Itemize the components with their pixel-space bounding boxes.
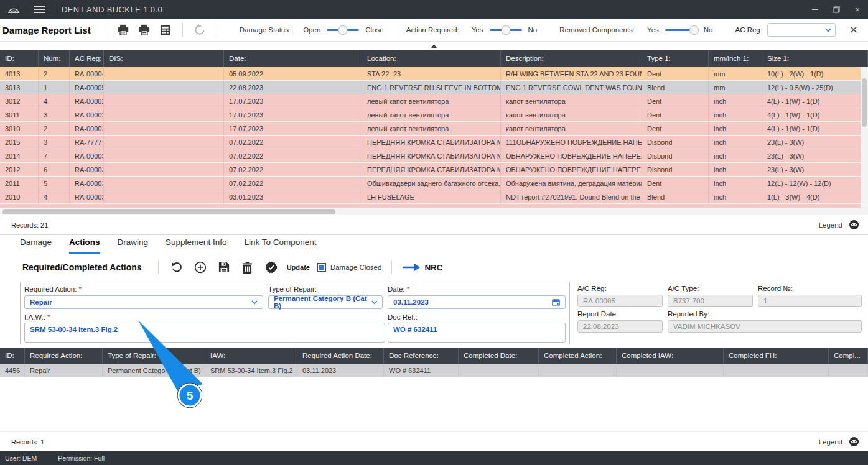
table-cell: RA-00004 xyxy=(70,67,104,81)
column-header[interactable]: Type of Repair: xyxy=(103,348,205,364)
column-header[interactable]: Date: xyxy=(224,50,362,67)
table-cell: RA-00003 xyxy=(70,149,104,163)
table-row[interactable]: 20115RA-0000307.02.2022Обшивкадвери задн… xyxy=(0,177,868,190)
horizontal-scrollbar[interactable] xyxy=(0,208,868,215)
type-of-repair-select[interactable]: Permanent Category B (Cat B) xyxy=(268,295,383,309)
column-header[interactable]: ID: xyxy=(0,50,39,67)
doc-ref-field[interactable]: WO # 632411 xyxy=(388,323,566,343)
action-required-no[interactable]: No xyxy=(528,26,538,34)
table-row[interactable]: 30113RA-0000217.07.2023левый капот венти… xyxy=(0,108,868,122)
table-row[interactable]: 20126RA-0000307.02.2022ПЕРЕДНЯЯ КРОМКА С… xyxy=(0,163,868,177)
column-header[interactable]: Num: xyxy=(39,50,70,67)
action-date-field[interactable]: 03.11.2023 xyxy=(388,295,566,309)
table-cell: ОБНАРУЖЕНО ПОВРЕЖДЕНИЕ НАПЕРЕЖНЕЙ... xyxy=(501,163,642,177)
add-action-icon[interactable] xyxy=(191,259,210,275)
column-header[interactable]: Completed Date: xyxy=(459,348,539,364)
damage-status-toggle[interactable] xyxy=(327,25,359,35)
legend-button-top[interactable]: Legend xyxy=(819,219,859,230)
table-cell xyxy=(104,177,224,190)
table-cell: 111ОБНАРУЖЕНО ПОВРЕЖДЕНИЕ НАПЕРЕЖН... xyxy=(501,136,642,149)
collapse-up-icon[interactable] xyxy=(431,44,437,48)
table-cell: ПЕРЕДНЯЯ КРОМКА СТАБИЛИЗАТОРА МЕЖДУ... xyxy=(362,136,501,149)
table-row[interactable]: 30131RA-0000522.08.2023ENG 1 REVERSE RH … xyxy=(0,81,868,94)
column-header[interactable]: Location: xyxy=(362,50,501,67)
table-row[interactable]: 30102RA-0000217.07.2023левый капот венти… xyxy=(0,122,868,136)
actions-table-header: ID:Required Action:Type of Repair:IAW:Re… xyxy=(0,348,868,364)
iaw-field[interactable]: SRM 53-00-34 Item.3 Fig.2 xyxy=(24,323,385,343)
column-header[interactable]: Completed IAW: xyxy=(617,348,724,364)
table-cell: ENG 1 REVERSE RH SLEEVE IN BOTTOM PLACE.… xyxy=(362,81,501,94)
damage-closed-checkbox[interactable]: Damage Closed xyxy=(317,263,381,272)
record-no-label: Record №: xyxy=(758,285,793,292)
damage-table-header: ID:Num:AC Reg:DIS:Date:Location:Descript… xyxy=(0,50,868,67)
menu-icon[interactable] xyxy=(27,6,52,13)
update-button[interactable]: Update xyxy=(287,264,310,271)
damage-status-close[interactable]: Close xyxy=(365,26,383,34)
table-row[interactable]: 20147RA-0000307.02.2022ПЕРЕДНЯЯ КРОМКА С… xyxy=(0,149,868,163)
table-cell: 07.02.2022 xyxy=(224,177,362,190)
column-header[interactable]: Completed Action: xyxy=(539,348,617,364)
removed-components-yes[interactable]: Yes xyxy=(647,26,659,34)
ac-type-label: A/C Type: xyxy=(668,285,699,292)
table-cell: inch xyxy=(709,108,762,122)
print-report-icon[interactable] xyxy=(136,22,152,37)
legend-button-bottom[interactable]: Legend xyxy=(819,436,859,447)
column-header[interactable]: DIS: xyxy=(104,50,224,67)
restore-button[interactable] xyxy=(826,0,847,19)
tab-supplement-info[interactable]: Supplement Info xyxy=(166,237,226,254)
actions-table: ID:Required Action:Type of Repair:IAW:Re… xyxy=(0,348,868,377)
table-cell: Blend xyxy=(642,190,709,204)
table-row[interactable]: 30124RA-0000217.07.2023левый капот венти… xyxy=(0,94,868,108)
close-button[interactable]: × xyxy=(847,0,868,19)
tab-link-to-component[interactable]: Link To Component xyxy=(244,237,316,254)
report-date-value: 22.08.2023 xyxy=(577,320,663,333)
action-required-yes[interactable]: Yes xyxy=(472,26,483,34)
column-header[interactable]: AC Reg: xyxy=(70,50,104,67)
table-cell: 3010 xyxy=(0,122,39,136)
column-header[interactable]: IAW: xyxy=(205,348,297,364)
column-header[interactable]: Size 1: xyxy=(762,50,868,67)
table-cell: 4456 xyxy=(0,364,25,377)
table-row[interactable]: 20153RA-7777707.02.2022ПЕРЕДНЯЯ КРОМКА С… xyxy=(0,136,868,149)
table-cell: капот вентилятора xyxy=(501,94,642,108)
column-header[interactable]: Completed FH: xyxy=(724,348,829,364)
column-header[interactable]: Type 1: xyxy=(642,50,709,67)
export-excel-icon[interactable] xyxy=(157,22,174,37)
verify-badge-icon[interactable] xyxy=(262,259,281,275)
required-action-select[interactable]: Repair xyxy=(24,295,263,309)
save-icon[interactable] xyxy=(215,259,233,275)
close-report-icon[interactable]: ✕ xyxy=(846,24,862,37)
tab-damage[interactable]: Damage xyxy=(20,237,52,254)
table-cell: 12(L) - 0.5(W) - 25(D) xyxy=(762,81,868,94)
column-header[interactable]: Required Action: xyxy=(25,348,103,364)
column-header[interactable]: mm/inch 1: xyxy=(709,50,762,67)
column-header[interactable]: Doc Reference: xyxy=(384,348,459,364)
tab-drawing[interactable]: Drawing xyxy=(118,237,149,254)
ac-type-value: B737-700 xyxy=(668,295,753,307)
table-row[interactable]: 20104RA-0000303.01.2023LH FUSELAGENDT re… xyxy=(0,190,868,204)
column-header[interactable]: Required Action Date: xyxy=(297,348,384,364)
nrc-button[interactable]: NRC xyxy=(402,263,442,272)
removed-components-no[interactable]: No xyxy=(704,26,713,34)
action-required-toggle[interactable] xyxy=(490,25,522,35)
table-row[interactable]: 4456RepairPermanent Category B (Cat B)SR… xyxy=(0,364,868,377)
vertical-scrollbar[interactable] xyxy=(861,67,868,208)
table-cell xyxy=(104,122,224,136)
damage-status-open[interactable]: Open xyxy=(303,26,320,34)
column-header[interactable]: Compl... xyxy=(829,348,868,364)
column-header[interactable]: Description: xyxy=(501,50,642,67)
ac-reg-dropdown[interactable] xyxy=(767,23,836,37)
removed-components-toggle[interactable] xyxy=(665,25,698,35)
delete-icon[interactable] xyxy=(238,259,257,275)
print-icon[interactable] xyxy=(115,22,131,37)
refresh-icon[interactable] xyxy=(192,22,208,37)
tab-actions[interactable]: Actions xyxy=(69,237,100,254)
table-row[interactable]: 40132RA-0000405.09.2022STA 22 -23R/H WIN… xyxy=(0,67,868,81)
table-cell: 4(L) - 1(W) - 1(D) xyxy=(762,108,868,122)
detail-tabs: Damage Actions Drawing Supplement Info L… xyxy=(0,235,868,254)
minimize-button[interactable] xyxy=(805,0,826,19)
undo-icon[interactable] xyxy=(167,259,186,275)
column-header[interactable]: ID: xyxy=(0,348,25,364)
table-cell: STA 22 -23 xyxy=(362,67,501,81)
ac-reg-label: A/C Reg: xyxy=(577,285,607,292)
